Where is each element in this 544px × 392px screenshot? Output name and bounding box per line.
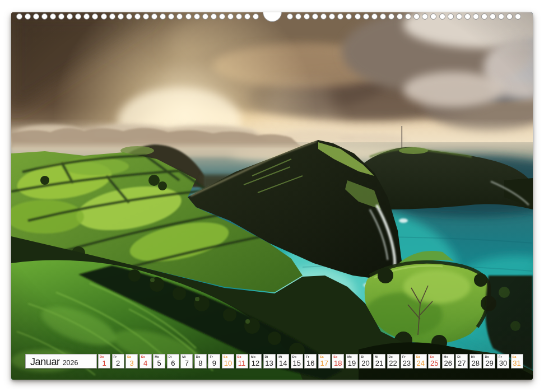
binding-hole	[33, 13, 39, 20]
binding-hole	[143, 13, 149, 20]
day-cell: Do15	[291, 354, 303, 368]
weekday-abbr: Fr	[210, 355, 213, 358]
weekday-abbr: Fr	[114, 355, 117, 358]
day-cell: Fr23	[401, 354, 413, 368]
day-number: 25	[429, 360, 440, 367]
photo-azores-coast: Januar 2026 Do1Fr2Sa3So4Mo5Di6Mi7Do8Fr9S…	[11, 12, 533, 380]
day-cell: Di13	[263, 354, 276, 368]
weekday-abbr: Di	[265, 355, 268, 358]
weekday-abbr: Do	[196, 355, 201, 358]
weekday-abbr: Di	[169, 355, 172, 358]
weekday-abbr: Mi	[471, 355, 475, 358]
binding-hole	[456, 13, 462, 20]
day-cell: So11	[236, 354, 248, 368]
weekday-abbr: Mo	[444, 355, 448, 358]
day-cell: Mo26	[442, 354, 454, 368]
weekday-abbr: Sa	[416, 355, 420, 358]
binding-hole	[304, 13, 310, 20]
weekday-abbr: Mi	[182, 355, 185, 358]
binding-hole	[16, 13, 22, 20]
day-cell: Mo19	[346, 354, 358, 368]
day-number: 29	[483, 360, 495, 367]
binding-hole	[118, 13, 124, 20]
weekday-abbr: Mi	[278, 355, 282, 358]
weekday-abbr: Di	[361, 355, 364, 358]
day-cell: Mi21	[373, 354, 385, 368]
day-number: 22	[388, 360, 399, 367]
weekday-abbr: Do	[485, 355, 489, 358]
day-cell: Fr9	[208, 354, 220, 368]
day-cell: Sa17	[318, 354, 331, 368]
day-number: 27	[456, 360, 467, 367]
day-number: 8	[195, 360, 206, 367]
day-number: 28	[470, 360, 481, 367]
day-number: 11	[236, 360, 248, 367]
vignette	[11, 12, 533, 380]
weekday-abbr: So	[430, 355, 434, 358]
year-label: 2026	[63, 359, 78, 367]
binding-hole	[194, 13, 200, 20]
day-number: 3	[126, 360, 137, 367]
day-number: 4	[140, 360, 151, 367]
weekday-abbr: So	[238, 355, 241, 358]
weekday-abbr: Di	[457, 355, 461, 358]
day-cell: Do29	[483, 354, 495, 368]
binding-hole	[287, 13, 293, 20]
binding-hole	[312, 13, 318, 20]
day-number: 18	[332, 360, 343, 367]
day-number: 24	[415, 360, 426, 367]
day-number: 17	[319, 360, 330, 367]
day-cell: Do8	[194, 354, 207, 368]
weekday-abbr: Fr	[402, 355, 406, 358]
weekday-abbr: Sa	[513, 355, 517, 358]
day-number: 16	[305, 360, 316, 367]
day-cell: Sa10	[222, 354, 234, 368]
day-cell: Sa24	[415, 354, 427, 368]
day-cell: Mo12	[249, 354, 262, 368]
day-cell: Mo5	[153, 354, 165, 368]
binding-hole	[58, 13, 64, 20]
weekday-abbr: Mo	[155, 355, 159, 358]
day-cell: So18	[332, 354, 344, 368]
binding-hole	[371, 13, 378, 20]
month-box: Januar 2026	[25, 354, 97, 368]
day-cell: So25	[428, 354, 440, 368]
binding-hole	[388, 13, 394, 20]
binding-hole	[134, 13, 141, 20]
weekday-abbr: Sa	[127, 355, 131, 358]
day-number: 26	[443, 360, 454, 367]
binding-hole	[126, 13, 132, 20]
weekday-abbr: Fr	[499, 355, 502, 358]
day-number: 23	[401, 360, 412, 367]
landscape-scene	[11, 12, 533, 380]
day-cell: Di6	[167, 354, 179, 368]
day-number: 13	[264, 360, 275, 367]
weekday-abbr: Mo	[347, 355, 352, 358]
binding-hole	[185, 13, 192, 20]
binding-hole	[295, 13, 301, 20]
day-number: 6	[168, 360, 179, 367]
day-cell: Mi14	[277, 354, 289, 368]
day-number: 31	[512, 360, 523, 367]
day-cell: So4	[140, 354, 152, 368]
day-cell: Fr2	[112, 354, 124, 368]
weekday-abbr: Fr	[306, 355, 309, 358]
binding-hole	[448, 13, 454, 20]
day-cell: Fr16	[304, 354, 317, 368]
weekday-abbr: Do	[292, 355, 297, 358]
day-cell: Di20	[359, 354, 371, 368]
binding-hole	[439, 13, 445, 20]
weekday-abbr: So	[333, 355, 337, 358]
binding-hole	[464, 13, 471, 20]
day-cell: Do1	[98, 354, 110, 368]
weekday-abbr: Mo	[251, 355, 255, 358]
month-label: Januar	[30, 356, 60, 367]
binding-hole	[363, 13, 369, 20]
binding-hole	[380, 13, 386, 20]
binding-hole	[473, 13, 479, 20]
binding-hole	[109, 13, 115, 20]
weekday-abbr: Do	[100, 355, 104, 358]
binding-hole	[211, 13, 217, 20]
day-number: 21	[374, 360, 385, 367]
day-cell: Sa3	[125, 354, 138, 368]
